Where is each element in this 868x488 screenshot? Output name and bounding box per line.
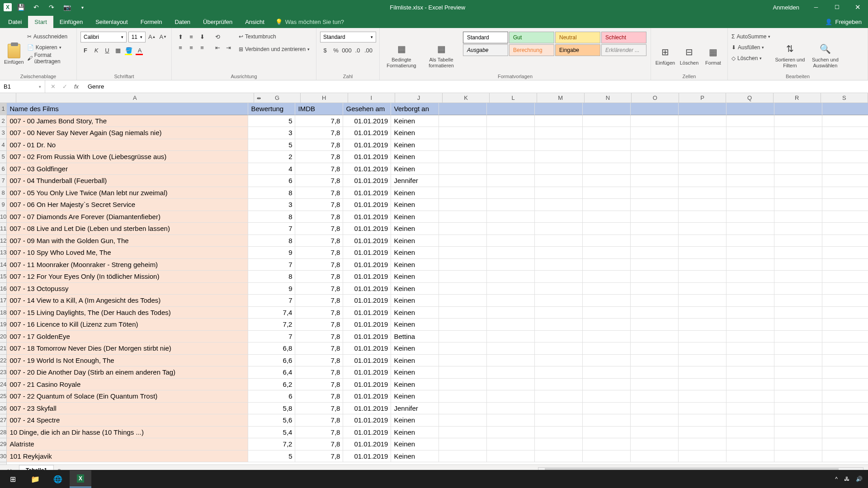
cell[interactable] xyxy=(822,175,868,187)
style-standard[interactable]: Standard xyxy=(463,32,508,43)
cell[interactable] xyxy=(774,103,822,115)
cell[interactable] xyxy=(631,343,679,355)
column-header-J[interactable]: J xyxy=(395,93,443,103)
format-painter-button[interactable]: 🖌Format übertragen xyxy=(27,53,73,63)
decrease-font-button[interactable]: A▼ xyxy=(158,32,168,42)
cell[interactable] xyxy=(535,127,583,139)
row-header-19[interactable]: 19 xyxy=(0,319,6,331)
cell[interactable] xyxy=(631,295,679,307)
cell[interactable] xyxy=(726,438,774,450)
cell[interactable] xyxy=(535,247,583,259)
cell[interactable]: Keinen xyxy=(391,283,439,295)
percent-button[interactable]: % xyxy=(331,45,341,55)
row-header-23[interactable]: 23 xyxy=(0,366,6,379)
start-button[interactable]: ⊞ xyxy=(2,470,24,488)
column-header-P[interactable]: P xyxy=(679,93,726,103)
increase-decimal-button[interactable]: .0 xyxy=(353,45,363,55)
cell[interactable]: 7,4 xyxy=(248,307,295,319)
cell[interactable]: Keinen xyxy=(391,343,439,355)
cell[interactable] xyxy=(535,103,583,115)
cell[interactable]: 01.01.2019 xyxy=(343,115,391,127)
cell[interactable]: 007 - 05 You Only Live Twice (Man lebt n… xyxy=(7,187,248,199)
cell[interactable]: Bewertung xyxy=(248,103,295,115)
select-all-corner[interactable] xyxy=(0,93,16,103)
cell[interactable] xyxy=(439,103,487,115)
tray-volume-icon[interactable]: 🔊 xyxy=(856,476,863,482)
cell[interactable] xyxy=(726,163,774,175)
cell[interactable] xyxy=(439,450,487,463)
row-header-3[interactable]: 3 xyxy=(0,127,6,139)
cell[interactable] xyxy=(535,403,583,415)
cell[interactable] xyxy=(774,115,822,127)
cell[interactable]: 01.01.2019 xyxy=(343,295,391,307)
cell[interactable] xyxy=(679,403,726,415)
cell[interactable] xyxy=(679,247,726,259)
cell[interactable] xyxy=(679,438,726,450)
cell[interactable]: 01.01.2019 xyxy=(343,151,391,163)
cell[interactable]: 7,8 xyxy=(295,187,343,199)
cell[interactable] xyxy=(679,199,726,211)
cell[interactable] xyxy=(439,247,487,259)
cell[interactable] xyxy=(679,331,726,343)
cell[interactable] xyxy=(583,211,631,223)
cell[interactable] xyxy=(822,379,868,391)
cell[interactable] xyxy=(487,103,535,115)
align-top-button[interactable]: ⬆ xyxy=(175,32,185,42)
cell[interactable]: 3 xyxy=(248,127,295,139)
align-left-button[interactable]: ≡ xyxy=(175,42,185,52)
cell[interactable] xyxy=(631,414,679,427)
cell[interactable] xyxy=(822,211,868,223)
cell[interactable] xyxy=(774,271,822,283)
cell[interactable] xyxy=(822,283,868,295)
paste-button[interactable]: Einfügen xyxy=(4,30,24,78)
cell[interactable] xyxy=(583,307,631,319)
cell[interactable] xyxy=(535,343,583,355)
cell[interactable]: 007 - 11 Moonraker (Moonraker - Streng g… xyxy=(7,259,248,271)
cell[interactable] xyxy=(535,331,583,343)
currency-button[interactable]: $ xyxy=(320,45,330,55)
cell[interactable] xyxy=(631,187,679,199)
qat-customize[interactable]: ▾ xyxy=(76,2,89,13)
enter-formula-button[interactable]: ✓ xyxy=(60,82,70,92)
cell[interactable]: 01.01.2019 xyxy=(343,235,391,247)
row-header-2[interactable]: 2 xyxy=(0,115,6,127)
cell[interactable] xyxy=(822,103,868,115)
cell[interactable] xyxy=(774,259,822,271)
cell[interactable] xyxy=(774,235,822,247)
cell[interactable] xyxy=(583,247,631,259)
column-header-K[interactable]: K xyxy=(443,93,490,103)
cell[interactable]: 01.01.2019 xyxy=(343,223,391,235)
cell[interactable]: 7,8 xyxy=(295,271,343,283)
cell[interactable] xyxy=(726,103,774,115)
cell[interactable]: 01.01.2019 xyxy=(343,175,391,187)
signin-link[interactable]: Anmelden xyxy=(766,4,806,11)
cell[interactable] xyxy=(774,151,822,163)
underline-button[interactable]: U xyxy=(102,45,112,55)
cell[interactable] xyxy=(583,427,631,439)
cell[interactable] xyxy=(822,366,868,379)
cell[interactable] xyxy=(774,414,822,427)
fx-button[interactable]: fx xyxy=(71,82,81,92)
border-button[interactable]: ▦ xyxy=(113,45,123,55)
cell[interactable] xyxy=(822,343,868,355)
cell[interactable] xyxy=(631,115,679,127)
cell[interactable] xyxy=(535,379,583,391)
font-color-button[interactable]: A xyxy=(135,45,145,55)
row-header-20[interactable]: 20 xyxy=(0,331,6,343)
cell[interactable] xyxy=(439,331,487,343)
cell[interactable]: Keinen xyxy=(391,271,439,283)
cell[interactable] xyxy=(631,235,679,247)
cell[interactable]: 8 xyxy=(248,187,295,199)
row-header-21[interactable]: 21 xyxy=(0,343,6,355)
cell[interactable] xyxy=(822,223,868,235)
tray-chevron-icon[interactable]: ^ xyxy=(835,476,838,482)
cell[interactable] xyxy=(439,355,487,367)
tab-daten[interactable]: Daten xyxy=(168,16,197,28)
cell[interactable] xyxy=(631,271,679,283)
cell[interactable]: 8 xyxy=(248,211,295,223)
cell[interactable] xyxy=(487,319,535,331)
cell[interactable] xyxy=(726,403,774,415)
cell[interactable] xyxy=(583,163,631,175)
cell[interactable] xyxy=(487,151,535,163)
cell[interactable]: 7,8 xyxy=(295,343,343,355)
